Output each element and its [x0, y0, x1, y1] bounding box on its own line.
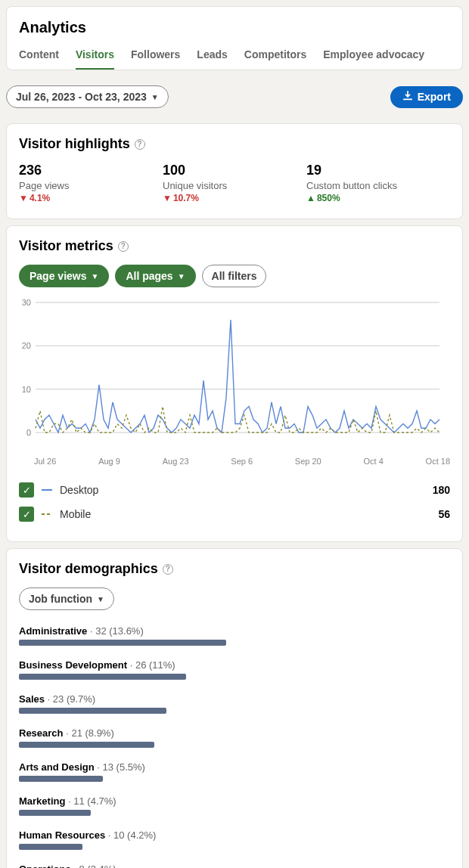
legend-value: 180 — [433, 484, 450, 496]
metric-page-views: 236Page views▼4.1% — [19, 163, 163, 203]
highlights-metrics: 236Page views▼4.1%100Unique visitors▼10.… — [19, 163, 450, 203]
demographics-bar-track — [19, 742, 450, 748]
demographics-row: Operations · 8 (3.4%) — [19, 863, 450, 868]
svg-text:10: 10 — [22, 385, 31, 394]
x-tick-label: Oct 18 — [426, 457, 450, 466]
chart-x-axis: Jul 26Aug 9Aug 23Sep 6Sep 20Oct 4Oct 18 — [19, 454, 450, 466]
metric-value: 100 — [163, 163, 306, 178]
demographics-row: Sales · 23 (9.7%) — [19, 693, 450, 714]
tab-competitors[interactable]: Competitors — [244, 44, 306, 70]
metric-value: 236 — [19, 163, 163, 178]
demographics-bar-track — [19, 674, 450, 680]
demographics-bar-track — [19, 776, 450, 782]
metric-filter-dropdown[interactable]: Page views ▼ — [19, 265, 109, 287]
demographics-rows: Administrative · 32 (13.6%)Business Deve… — [19, 625, 450, 868]
svg-text:0: 0 — [26, 428, 31, 437]
caret-down-icon: ▼ — [151, 93, 159, 101]
demographics-bar — [19, 810, 91, 816]
trend-down-icon: ▼ — [19, 193, 28, 203]
demographics-bar-track — [19, 844, 450, 850]
trend-up-icon: ▲ — [306, 193, 315, 203]
visitor-demographics-title: Visitor demographics ? — [19, 561, 450, 577]
tab-followers[interactable]: Followers — [131, 44, 180, 70]
demographics-bar — [19, 708, 166, 714]
demographics-row: Research · 21 (8.9%) — [19, 727, 450, 748]
legend-checkbox-mobile[interactable]: ✓ — [19, 507, 34, 522]
demographics-bar — [19, 742, 154, 748]
x-tick-label: Sep 20 — [295, 457, 321, 466]
demographics-row: Arts and Design · 13 (5.5%) — [19, 761, 450, 782]
trend-down-icon: ▼ — [163, 193, 172, 203]
legend-row-mobile: ✓Mobile56 — [19, 502, 450, 526]
demographics-bar — [19, 674, 186, 680]
tab-visitors[interactable]: Visitors — [76, 44, 114, 70]
metrics-filter-row: Page views ▼ All pages ▼ All filters — [19, 265, 450, 287]
visitor-metrics-card: Visitor metrics ? Page views ▼ All pages… — [6, 225, 463, 542]
demographics-label: Administrative · 32 (13.6%) — [19, 625, 450, 637]
demographics-row: Marketing · 11 (4.7%) — [19, 795, 450, 816]
legend-swatch — [42, 513, 52, 515]
date-range-label: Jul 26, 2023 - Oct 23, 2023 — [16, 91, 147, 103]
visitor-metrics-chart: 0102030 Jul 26Aug 9Aug 23Sep 6Sep 20Oct … — [19, 299, 450, 466]
daterange-row: Jul 26, 2023 - Oct 23, 2023 ▼ Export — [0, 76, 469, 117]
legend-label: Mobile — [60, 508, 91, 520]
caret-down-icon: ▼ — [178, 272, 185, 281]
page-title: Analytics — [19, 19, 450, 36]
visitor-demographics-card: Visitor demographics ? Job function ▼ Ad… — [6, 548, 463, 868]
tab-content[interactable]: Content — [19, 44, 59, 70]
legend-checkbox-desktop[interactable]: ✓ — [19, 482, 34, 498]
tab-leads[interactable]: Leads — [197, 44, 227, 70]
metric-label: Unique visitors — [163, 180, 306, 191]
demographics-bar-track — [19, 708, 450, 714]
legend-label: Desktop — [60, 484, 98, 496]
demographics-bar-track — [19, 810, 450, 816]
demographics-label: Marketing · 11 (4.7%) — [19, 795, 450, 807]
demographics-label: Sales · 23 (9.7%) — [19, 693, 450, 705]
metric-custom-button-clicks: 19Custom button clicks▲850% — [306, 163, 450, 203]
caret-down-icon: ▼ — [97, 595, 104, 603]
demographics-label: Business Development · 26 (11%) — [19, 659, 450, 671]
caret-down-icon: ▼ — [92, 272, 99, 281]
x-tick-label: Oct 4 — [364, 457, 384, 466]
date-range-picker[interactable]: Jul 26, 2023 - Oct 23, 2023 ▼ — [6, 85, 169, 108]
legend-swatch — [42, 489, 52, 491]
chart-legend: ✓Desktop180✓Mobile56 — [19, 478, 450, 526]
metric-delta: ▲850% — [306, 193, 450, 203]
tab-employee-advocacy[interactable]: Employee advocacy — [323, 44, 424, 70]
x-tick-label: Aug 23 — [163, 457, 189, 466]
metric-label: Custom button clicks — [306, 180, 450, 191]
metric-value: 19 — [306, 163, 450, 178]
info-icon[interactable]: ? — [163, 564, 173, 575]
demographics-filter-dropdown[interactable]: Job function ▼ — [19, 587, 114, 610]
demographics-bar-track — [19, 640, 450, 646]
x-tick-label: Jul 26 — [34, 457, 56, 466]
metric-label: Page views — [19, 180, 163, 191]
all-filters-button[interactable]: All filters — [202, 265, 267, 287]
demographics-row: Human Resources · 10 (4.2%) — [19, 829, 450, 850]
page-scope-filter-dropdown[interactable]: All pages ▼ — [115, 265, 195, 287]
demographics-bar — [19, 776, 103, 782]
analytics-header: Analytics ContentVisitorsFollowersLeadsC… — [6, 6, 463, 70]
info-icon[interactable]: ? — [118, 241, 129, 252]
metric-delta: ▼4.1% — [19, 193, 163, 203]
x-tick-label: Sep 6 — [231, 457, 253, 466]
demographics-label: Operations · 8 (3.4%) — [19, 863, 450, 868]
metric-delta: ▼10.7% — [163, 193, 306, 203]
visitor-metrics-title: Visitor metrics ? — [19, 238, 450, 254]
demographics-row: Business Development · 26 (11%) — [19, 659, 450, 680]
export-button[interactable]: Export — [390, 86, 463, 108]
legend-row-desktop: ✓Desktop180 — [19, 478, 450, 502]
info-icon[interactable]: ? — [135, 139, 145, 150]
demographics-label: Research · 21 (8.9%) — [19, 727, 450, 739]
demographics-row: Administrative · 32 (13.6%) — [19, 625, 450, 646]
export-label: Export — [418, 91, 451, 103]
analytics-tabs: ContentVisitorsFollowersLeadsCompetitors… — [19, 44, 450, 70]
download-icon — [402, 91, 413, 104]
svg-text:20: 20 — [22, 341, 31, 350]
visitor-highlights-card: Visitor highlights ? 236Page views▼4.1%1… — [6, 123, 463, 219]
metric-unique-visitors: 100Unique visitors▼10.7% — [163, 163, 306, 203]
demographics-label: Arts and Design · 13 (5.5%) — [19, 761, 450, 773]
x-tick-label: Aug 9 — [98, 457, 120, 466]
demographics-bar — [19, 640, 226, 646]
svg-text:30: 30 — [22, 299, 31, 307]
